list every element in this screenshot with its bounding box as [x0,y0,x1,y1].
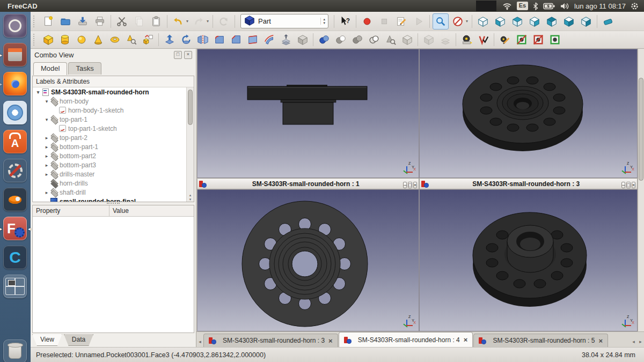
property-column-header[interactable]: Property [33,205,109,216]
draw-style-icon[interactable] [450,13,466,29]
expander-closed-icon[interactable]: ▸ [43,190,50,195]
mdi-vertical-scrollbar[interactable] [638,49,644,331]
cut-icon[interactable] [114,13,130,29]
restore-button[interactable]: □ [626,182,630,188]
whats-this-icon[interactable]: ? [337,13,353,29]
close-button[interactable]: × [632,182,635,188]
tab-data[interactable]: Data [64,334,93,346]
view-top-icon[interactable] [509,13,525,29]
paste-icon[interactable] [148,13,164,29]
launcher-item-settings[interactable] [2,158,28,183]
tree-item-horn-body[interactable]: ▾horn-body [33,97,194,106]
redo-icon[interactable] [191,13,207,29]
refresh-icon[interactable] [216,13,232,29]
document-tab[interactable]: SM-S4303R-small-rounded-horn : 5× [473,334,608,347]
extrude-icon[interactable] [162,32,177,47]
launcher-item-cura[interactable]: C [2,245,28,270]
view-right-icon[interactable] [526,13,543,29]
tab-scroll-right-icon[interactable]: ▸ [637,336,644,347]
expander-open-icon[interactable]: ▾ [43,117,50,122]
shape-builder-icon[interactable] [140,32,156,47]
tab-close-icon[interactable]: × [598,337,603,345]
macro-edit-icon[interactable] [393,13,409,29]
boolean-icon[interactable] [316,32,332,47]
tab-model[interactable]: Model [33,62,67,75]
launcher-item-ubuntu-dash[interactable] [2,13,28,39]
view-bottom-icon[interactable] [561,13,577,29]
fillet-icon[interactable] [211,32,227,47]
tab-view[interactable]: View [32,334,62,346]
view-axonometric-icon[interactable] [475,13,491,29]
defeaturing-icon[interactable] [399,32,415,47]
session-menu-gear-icon[interactable] [631,2,639,10]
tree-item-bottom-part2[interactable]: ▸bottom-part2 [33,151,194,160]
tree-scrollbar-arrows[interactable]: ▴▾ [187,193,194,201]
keyboard-layout-indicator[interactable]: Es [517,2,528,10]
viewport-bottom-right-iso-view[interactable]: ZYX [419,189,638,331]
network-wifi-icon[interactable] [502,2,512,10]
tree-item-bottom-part3[interactable]: ▸bottom-part3 [33,160,194,169]
torus-icon[interactable] [107,32,122,47]
save-icon[interactable] [75,13,91,29]
expander-closed-icon[interactable]: ▸ [43,162,50,168]
mirror-icon[interactable] [195,32,210,47]
subwindow-titlebar-1[interactable]: SM-S4303R-small-rounded-horn : 1 –□× [197,178,419,189]
expander-closed-icon[interactable]: ▸ [43,135,50,141]
close-button[interactable]: × [413,182,417,188]
sweep-icon[interactable] [261,32,277,47]
tab-close-icon[interactable]: × [464,336,468,344]
revolve-icon[interactable] [178,32,194,47]
launcher-item-blender[interactable] [2,187,28,212]
macro-play-icon[interactable] [411,13,427,29]
tree-item-drills-master[interactable]: ▸drills-master [33,169,194,179]
thickness-icon[interactable] [295,32,310,47]
measure-distance-icon[interactable] [600,13,616,29]
offset-icon[interactable] [278,32,294,47]
subwindow-titlebar-3[interactable]: SM-S4303R-small-rounded-horn : 3 –□× [419,178,638,189]
view-left-icon[interactable] [578,13,594,29]
expander-closed-icon[interactable]: ▸ [43,144,50,150]
tree-item-top-part-1[interactable]: ▾top-part-1 [33,115,194,124]
launcher-item-trash[interactable] [2,338,28,362]
volume-icon[interactable] [560,3,569,10]
cone-icon[interactable] [90,32,106,47]
mdi-scrollbar-thumb[interactable] [639,78,643,181]
launcher-item-workspaces[interactable] [2,274,28,299]
tree-item-horn-drills[interactable]: horn-drills [33,179,194,188]
print-icon[interactable] [92,13,108,29]
launcher-item-freecad[interactable]: F▸◂ [2,216,28,241]
check-geometry-icon[interactable] [383,32,398,47]
tab-close-icon[interactable]: × [328,337,333,345]
tree-item-SM-S4303R-small-rounded-horn[interactable]: ▾SM-S4303R-small-rounded-horn [33,87,194,97]
battery-charging-icon[interactable] [543,3,555,10]
tree-item-top-part-1-sketch[interactable]: top-part-1-sketch [33,124,194,133]
tree-item-bottom-part-1[interactable]: ▸bottom-part-1 [33,142,194,151]
minimize-button[interactable]: – [403,182,407,188]
explode-compound-icon[interactable] [437,32,453,47]
macro-stop-icon[interactable] [376,13,392,29]
launcher-item-files[interactable]: ▸ [2,42,28,68]
launcher-item-software[interactable]: A [2,129,28,154]
union-icon[interactable] [349,32,365,47]
tree-item-horn-body-1-sketch[interactable]: horn-body-1-sketch [33,106,194,115]
make-compound-icon[interactable] [421,32,436,47]
macro-record-icon[interactable] [359,13,375,29]
sphere-icon[interactable] [74,32,89,47]
intersection-icon[interactable] [366,32,382,47]
undo-icon[interactable] [170,13,186,29]
clock[interactable]: lun ago 11 08:17 [574,2,626,10]
tab-scroll-left-icon[interactable]: ◂ [196,336,203,347]
launcher-item-firefox[interactable]: ▸ [2,71,28,97]
measure-refresh-icon[interactable] [497,32,513,47]
document-tab[interactable]: SM-S4303R-small-rounded-horn : 3× [203,334,338,347]
minimize-button[interactable]: – [621,182,625,188]
create-primitives-icon[interactable] [123,32,139,47]
tree-item-top-part-2[interactable]: ▸top-part-2 [33,133,194,142]
view-front-icon[interactable] [492,13,508,29]
chamfer-icon[interactable] [228,32,244,47]
tree-scrollbar-thumb[interactable] [188,90,193,125]
expander-closed-icon[interactable]: ▸ [43,153,50,159]
tab-scroll-left-icon[interactable]: ◂ [630,336,637,347]
restore-button[interactable]: □ [408,182,412,188]
viewport-bottom-left-front-view[interactable]: ZYX [197,189,419,331]
